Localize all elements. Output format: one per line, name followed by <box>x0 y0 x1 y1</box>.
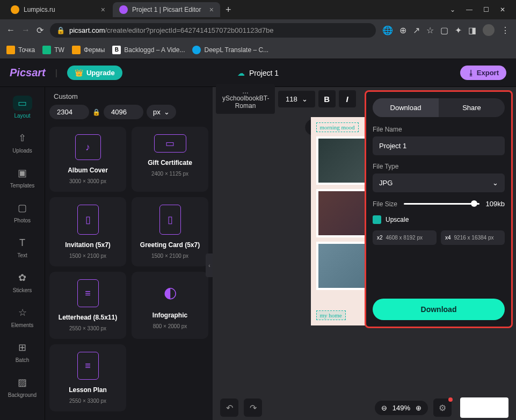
upscale-label: Upscale <box>386 216 409 223</box>
sidebar-item-templates[interactable]: ▣Templates <box>0 161 45 193</box>
bold-button[interactable]: B <box>318 90 336 107</box>
reload-icon[interactable]: ⟳ <box>37 25 43 35</box>
sidebar-item-stickers[interactable]: ✿Stickers <box>0 266 45 298</box>
back-icon[interactable]: ← <box>6 25 15 35</box>
custom-label: Custom <box>49 92 208 100</box>
close-icon[interactable]: × <box>101 5 105 14</box>
chevron-down-icon[interactable]: ⌄ <box>450 6 455 13</box>
bookmark-item[interactable]: DeepL Translate – С... <box>192 46 268 54</box>
browser-tab-2[interactable]: Project 1 | Picsart Editor × <box>113 2 220 17</box>
text-icon: T <box>13 235 32 250</box>
new-tab-button[interactable]: + <box>221 4 236 16</box>
width-input[interactable]: 2304 <box>49 105 89 119</box>
batch-icon: ⊞ <box>13 340 32 355</box>
download-button[interactable]: Download <box>373 299 505 320</box>
minimize-icon[interactable]: — <box>466 6 473 13</box>
window-controls: ⌄ — ☐ ✕ <box>444 6 512 13</box>
canvas-area: …ySchoolbookBT-Roman 118⌄ B I ◑Blend 〰An… <box>213 87 516 420</box>
font-size-select[interactable]: 118⌄ <box>278 91 315 107</box>
sidebar-item-uploads[interactable]: ⇧Uploads <box>0 126 45 158</box>
bookmark-item[interactable]: Точка <box>6 46 35 54</box>
unit-select[interactable]: px⌄ <box>147 105 176 119</box>
bookmark-item[interactable]: BBackloggd – A Vide... <box>112 46 185 54</box>
layout-card-invitation[interactable]: ▯Invitation (5x7)1500 × 2100 px <box>49 197 126 266</box>
star-icon[interactable]: ☆ <box>426 25 434 35</box>
collapse-panel-button[interactable]: ‹ <box>206 254 213 277</box>
text-element-bottom[interactable]: my home <box>316 310 346 320</box>
extension-icon[interactable]: ✦ <box>455 25 462 35</box>
close-icon[interactable]: × <box>209 5 214 14</box>
stickers-icon: ✿ <box>13 270 32 285</box>
picsart-logo[interactable]: Picsart <box>10 67 46 79</box>
filetype-label: File Type <box>373 163 505 170</box>
letterhead-icon: ≡ <box>77 279 99 307</box>
tab-title: Lumpics.ru <box>24 6 55 13</box>
font-select[interactable]: …ySchoolbookBT-Roman <box>216 84 275 114</box>
translate-icon[interactable]: 🌐 <box>382 25 393 35</box>
maximize-icon[interactable]: ☐ <box>483 6 489 13</box>
chevron-down-icon: ⌄ <box>302 95 308 103</box>
background-icon: ▨ <box>13 375 32 390</box>
tab-share[interactable]: Share <box>439 98 505 117</box>
avatar[interactable] <box>483 24 495 36</box>
height-input[interactable]: 4096 <box>104 105 143 119</box>
templates-icon: ▣ <box>13 165 32 180</box>
sidepanel-icon[interactable]: ◨ <box>468 25 476 35</box>
filetype-select[interactable]: JPG⌄ <box>373 173 505 192</box>
browser-tab-1[interactable]: Lumpics.ru × <box>4 2 112 17</box>
share-icon[interactable]: ↗ <box>413 25 420 35</box>
italic-button[interactable]: I <box>339 90 356 107</box>
close-icon[interactable]: ✕ <box>500 6 505 13</box>
sidebar-item-photos[interactable]: ▢Photos <box>0 196 45 228</box>
sidebar-item-layout[interactable]: ▭Layout <box>0 91 45 123</box>
text-element-top[interactable]: morning mood <box>316 122 359 132</box>
page-thumbnail[interactable] <box>460 397 508 418</box>
layout-card-letterhead[interactable]: ≡Letterhead (8.5x11)2550 × 3300 px <box>49 272 126 339</box>
project-title[interactable]: ☁Project 1 <box>237 69 279 77</box>
sidebar-item-background[interactable]: ▨Background <box>0 371 45 402</box>
upscale-x4-button[interactable]: x49216 x 16384 px <box>441 230 505 245</box>
sidebar-item-batch[interactable]: ⊞Batch <box>0 336 45 367</box>
bottom-toolbar: ↶ ↷ ⊖ 149% ⊕ ⚙ <box>213 395 516 420</box>
bookmark-item[interactable]: Фермы <box>72 46 105 54</box>
filesize-label: File Size <box>373 200 397 208</box>
forward-icon[interactable]: → <box>21 25 30 35</box>
layout-icon: ▭ <box>13 96 32 111</box>
download-tabs: Download Share <box>373 98 505 117</box>
greeting-icon: ▯ <box>159 205 181 235</box>
tab-favicon <box>119 5 128 14</box>
main-area: ▭Layout ⇧Uploads ▣Templates ▢Photos TTex… <box>0 87 516 420</box>
sidebar-item-elements[interactable]: ☆Elements <box>0 301 45 332</box>
filename-input[interactable]: Project 1 <box>373 136 505 155</box>
download-icon: ⭳ <box>468 69 475 77</box>
crown-icon: 👑 <box>75 69 83 77</box>
square-icon[interactable]: ▢ <box>440 25 448 35</box>
zoom-icon[interactable]: ⊕ <box>399 25 406 35</box>
infographic-icon: ◐ <box>157 279 183 305</box>
upscale-x2-button[interactable]: x24608 x 8192 px <box>373 230 437 245</box>
redo-button[interactable]: ↷ <box>244 399 262 417</box>
slider-thumb[interactable] <box>471 200 477 207</box>
layout-card-greeting[interactable]: ▯Greeting Card (5x7)1500 × 2100 px <box>132 197 208 266</box>
layout-card-gift[interactable]: ▭Gift Certificate2400 × 1125 px <box>132 127 208 192</box>
layout-card-infographic[interactable]: ◐Infographic800 × 2000 px <box>132 272 208 339</box>
lesson-icon: ≡ <box>77 352 99 380</box>
undo-button[interactable]: ↶ <box>220 399 238 417</box>
invitation-icon: ▯ <box>77 205 99 235</box>
filesize-slider[interactable] <box>404 203 479 205</box>
menu-icon[interactable]: ⋮ <box>501 25 510 35</box>
sidebar-item-text[interactable]: TText <box>0 231 45 263</box>
layout-card-lesson[interactable]: ≡Lesson Plan2550 × 3300 px <box>49 344 126 411</box>
bookmark-item[interactable]: TW <box>42 46 64 54</box>
settings-button[interactable]: ⚙ <box>433 399 452 417</box>
tab-title: Project 1 | Picsart Editor <box>132 6 201 13</box>
upload-icon: ⇧ <box>13 131 32 146</box>
tab-download[interactable]: Download <box>373 98 439 117</box>
upgrade-button[interactable]: 👑Upgrade <box>67 66 122 80</box>
url-input[interactable]: 🔒 picsart.com/create/editor?projectId=64… <box>50 23 376 38</box>
zoom-out-icon[interactable]: ⊖ <box>381 404 387 412</box>
layout-card-album[interactable]: ♪Album Cover3000 × 3000 px <box>49 127 126 192</box>
export-button[interactable]: ⭳ Export <box>460 66 506 80</box>
zoom-in-icon[interactable]: ⊕ <box>416 404 421 412</box>
lock-icon[interactable]: 🔒 <box>92 108 100 116</box>
